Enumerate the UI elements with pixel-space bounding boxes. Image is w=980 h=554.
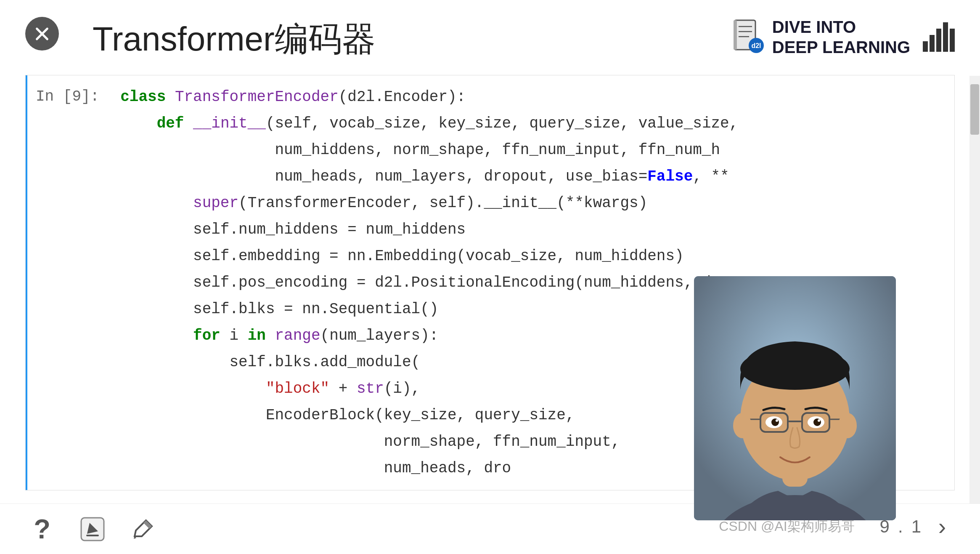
close-button[interactable] xyxy=(25,17,59,51)
svg-point-22 xyxy=(818,419,820,422)
header: Transformer编码器 d2l DIVE INTO DEEP LEARNI… xyxy=(0,0,980,71)
edit-mode-button[interactable] xyxy=(76,512,109,546)
svg-point-24 xyxy=(838,413,857,438)
edit-icon xyxy=(78,514,107,544)
cell-prompt: In [9]: xyxy=(27,75,108,490)
logo-bars-icon xyxy=(923,22,955,52)
logo-deep-text: DEEP LEARNING xyxy=(772,37,910,57)
svg-text:d2l: d2l xyxy=(751,42,761,49)
page-title: Transformer编码器 xyxy=(93,17,376,62)
page-sub: 1 xyxy=(911,517,921,537)
help-button[interactable]: ? xyxy=(25,512,59,546)
next-button[interactable]: › xyxy=(930,514,955,539)
svg-point-20 xyxy=(813,418,821,426)
logo-dive-text: DIVE INTO xyxy=(772,17,910,37)
pencil-icon xyxy=(128,514,158,544)
logo-area: d2l DIVE INTO DEEP LEARNING xyxy=(730,17,955,57)
svg-rect-1 xyxy=(734,20,737,50)
presenter-video xyxy=(694,276,896,520)
logo-text: DIVE INTO DEEP LEARNING xyxy=(772,17,910,57)
scrollbar[interactable] xyxy=(969,76,980,503)
svg-point-19 xyxy=(771,418,779,426)
page-dot: . xyxy=(898,517,903,537)
logo-book-icon: d2l xyxy=(730,18,764,56)
svg-point-23 xyxy=(733,413,752,438)
scrollbar-thumb[interactable] xyxy=(970,84,979,135)
pencil-button[interactable] xyxy=(126,512,160,546)
svg-point-21 xyxy=(776,419,778,422)
